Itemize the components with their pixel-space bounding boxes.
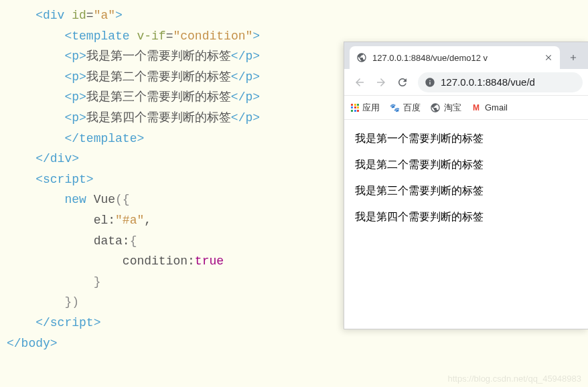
apps-icon [351, 104, 359, 112]
arrow-right-icon [375, 76, 387, 88]
code-line: <div id="a"> [0, 5, 588, 26]
content-paragraph: 我是第四个需要判断的标签 [355, 210, 577, 224]
page-content: 我是第一个需要判断的标签 我是第二个需要判断的标签 我是第三个需要判断的标签 我… [344, 120, 588, 329]
bookmark-gmail[interactable]: M Gmail [471, 102, 508, 113]
bookmark-label: 百度 [403, 102, 421, 114]
new-tab-button[interactable] [564, 48, 583, 67]
close-icon[interactable] [544, 53, 553, 62]
plus-icon [569, 53, 578, 62]
forward-button[interactable] [371, 72, 391, 92]
tab-bar: 127.0.0.1:8848/vue/demo12 v [344, 42, 588, 69]
info-icon [425, 77, 435, 88]
bookmark-label: Gmail [485, 102, 508, 112]
content-paragraph: 我是第二个需要判断的标签 [355, 158, 577, 172]
baidu-icon: 🐾 [389, 102, 400, 113]
code-line: </body> [0, 333, 588, 354]
watermark: https://blog.csdn.net/qq_45948983 [448, 374, 582, 384]
url-bar[interactable]: 127.0.0.1:8848/vue/d [418, 72, 583, 92]
content-paragraph: 我是第三个需要判断的标签 [355, 184, 577, 198]
bookmark-baidu[interactable]: 🐾 百度 [389, 102, 421, 114]
browser-toolbar: 127.0.0.1:8848/vue/d [344, 69, 588, 96]
arrow-left-icon [354, 76, 366, 88]
browser-tab[interactable]: 127.0.0.1:8848/vue/demo12 v [350, 46, 560, 69]
reload-icon [396, 76, 409, 88]
bookmarks-bar: 应用 🐾 百度 淘宝 M Gmail [344, 96, 588, 120]
gmail-icon: M [471, 102, 482, 113]
bookmark-apps[interactable]: 应用 [351, 102, 380, 114]
url-text: 127.0.0.1:8848/vue/d [441, 76, 535, 88]
content-paragraph: 我是第一个需要判断的标签 [355, 132, 577, 146]
back-button[interactable] [350, 72, 370, 92]
globe-icon [356, 52, 367, 63]
globe-icon [430, 102, 441, 113]
bookmark-label: 淘宝 [444, 102, 461, 114]
tab-title: 127.0.0.1:8848/vue/demo12 v [372, 53, 538, 63]
bookmark-taobao[interactable]: 淘宝 [430, 102, 461, 114]
bookmark-label: 应用 [362, 102, 380, 114]
browser-window: 127.0.0.1:8848/vue/demo12 v 127.0.0.1:88… [344, 42, 588, 329]
reload-button[interactable] [392, 72, 413, 92]
